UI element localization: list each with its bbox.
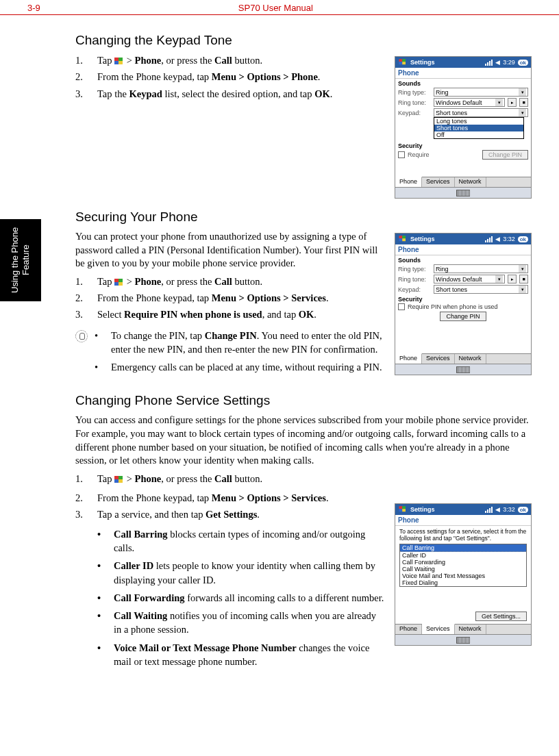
clock-time: 3:32 [503,506,515,513]
list-item[interactable]: Call Waiting [400,566,526,572]
section3-title: Changing Phone Service Settings [75,393,532,408]
ss1-titlebar: Settings ◀ 3:29 ok [395,57,531,68]
ring-tone-combo[interactable]: Windows Default▾ [434,275,505,284]
chevron-down-icon: ▾ [495,275,503,283]
require-pin-checkbox[interactable] [398,303,405,310]
signal-icon [485,236,493,242]
ring-type-combo[interactable]: Ring▾ [434,264,528,273]
service-caller-id: •Caller ID lets people to know your iden… [97,559,385,587]
windows-flag-icon [399,59,406,66]
dropdown-option[interactable]: Off [434,131,523,138]
require-pin-checkbox[interactable] [398,151,405,158]
keypad-combo[interactable]: Short tones▾ [434,108,528,117]
dropdown-option[interactable]: Long tones [434,118,523,125]
ss2-subtitle: Phone [395,244,531,255]
service-call-waiting: •Call Waiting notifies you of incoming c… [97,609,385,637]
ss2-sip-bar [395,364,531,375]
section1-steps: 1. Tap > Phone, or press the Call button… [75,53,385,101]
section2-step-2: 2. From the Phone keypad, tap Menu > Opt… [75,291,385,305]
ok-button[interactable]: ok [518,236,528,242]
section1-step-3: 3. Tap the Keypad list, select the desir… [75,87,385,101]
change-pin-button[interactable]: Change PIN [440,312,486,321]
section3-intro: You can access and configure settings fo… [75,414,532,467]
section1-title: Changing the Keypad Tone [75,33,532,48]
tab-services[interactable]: Services [422,354,455,364]
tab-phone[interactable]: Phone [395,177,422,187]
play-button[interactable]: ▸ [508,275,517,284]
ring-tone-combo[interactable]: Windows Default▾ [434,98,505,107]
section1-step-1: 1. Tap > Phone, or press the Call button… [75,53,385,67]
section2-tip-block: • To change the PIN, tap Change PIN. You… [75,329,385,379]
windows-flag-icon [114,58,124,66]
section1-step-2: 2. From the Phone keypad, tap Menu > Opt… [75,70,385,84]
tab-network[interactable]: Network [455,354,486,364]
ss3-sip-bar [395,634,531,645]
change-pin-button[interactable]: Change PIN [482,150,528,160]
chevron-down-icon: ▾ [519,286,526,293]
ss2-titlebar: Settings ◀ 3:32 ok [395,234,531,244]
screenshot-phone-settings-keypad: Settings ◀ 3:29 ok Phone Sounds Ring typ… [395,56,532,199]
section3-step-2: 2. From the Phone keypad, tap Menu > Opt… [75,491,385,505]
ss3-intro-text: To access settings for a service, select… [395,526,531,544]
service-call-forwarding: •Call Forwarding forwards all incoming c… [97,591,385,605]
tip-lightbulb-icon [75,330,88,342]
chevron-down-icon: ▾ [519,265,526,273]
keyboard-icon[interactable] [456,637,470,644]
speaker-icon: ◀ [495,236,500,242]
ss1-subtitle: Phone [395,68,531,79]
list-item[interactable]: Fixed Dialing [400,579,526,586]
keyboard-icon[interactable] [456,190,470,197]
chevron-down-icon: ▾ [519,88,526,96]
play-button[interactable]: ▸ [508,98,517,107]
section2-step-3: 3. Select Require PIN when phone is used… [75,307,385,321]
service-call-barring: •Call Barring blocks certain types of in… [97,527,385,555]
signal-icon [485,60,493,66]
ss3-tabs: Phone Services Network [395,624,531,634]
keypad-dropdown-open[interactable]: Long tones Short tones Off [434,117,524,139]
tip-2: • Emergency calls can be placed at any t… [95,360,385,374]
section3-step-1: 1. Tap > Phone, or press the Call button… [75,472,532,486]
tab-services[interactable]: Services [422,177,455,187]
ss1-security-label: Security [395,141,531,149]
clock-time: 3:29 [503,59,515,66]
ss3-subtitle: Phone [395,515,531,526]
section3-step-3: 3. Tap a service, and then tap Get Setti… [75,507,385,521]
list-item[interactable]: Caller ID [400,552,526,559]
tab-phone[interactable]: Phone [395,353,422,364]
tab-network[interactable]: Network [455,177,486,187]
stop-button[interactable]: ■ [519,98,528,107]
tab-phone[interactable]: Phone [395,625,422,634]
ss2-tabs: Phone Services Network [395,353,531,364]
section2-step-1: 1. Tap > Phone, or press the Call button… [75,275,385,288]
ss3-titlebar: Settings ◀ 3:32 ok [395,504,531,515]
list-item-selected[interactable]: Call Barring [400,544,526,552]
windows-flag-icon [114,279,124,287]
signal-icon [485,507,493,513]
keyboard-icon[interactable] [456,366,470,373]
manual-title: SP70 User Manual [238,3,313,13]
tab-services[interactable]: Services [422,624,455,634]
windows-flag-icon [399,506,406,513]
get-settings-button[interactable]: Get Settings... [475,612,527,621]
stop-button[interactable]: ■ [519,275,528,284]
tab-network[interactable]: Network [455,625,486,634]
ring-type-combo[interactable]: Ring▾ [434,88,528,97]
keypad-combo[interactable]: Short tones▾ [434,285,528,294]
ss1-sip-bar [395,187,531,198]
ss1-sounds-label: Sounds [395,79,531,87]
page-number: 3-9 [27,3,40,13]
dropdown-option-selected[interactable]: Short tones [434,125,523,131]
ok-button[interactable]: ok [518,507,528,513]
section2-title: Securing Your Phone [75,210,532,225]
section2-intro: You can protect your phone from unauthor… [75,230,385,270]
list-item[interactable]: Voice Mail and Text Messages [400,572,526,579]
clock-time: 3:32 [503,236,515,242]
services-listbox[interactable]: Call Barring Caller ID Call Forwarding C… [399,544,527,587]
screenshot-phone-settings-pin: Settings ◀ 3:32 ok Phone Sounds Ring typ… [395,233,532,375]
chevron-down-icon: ▾ [519,109,526,116]
ok-button[interactable]: ok [518,60,528,66]
ss1-tabs: Phone Services Network [395,177,531,187]
chevron-down-icon: ▾ [495,99,503,106]
list-item[interactable]: Call Forwarding [400,559,526,566]
tip-1: • To change the PIN, tap Change PIN. You… [95,329,385,357]
